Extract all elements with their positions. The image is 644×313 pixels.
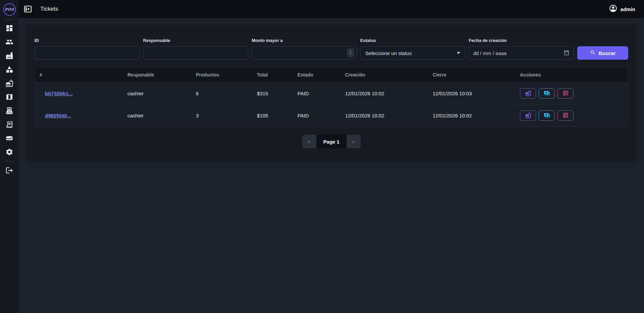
sidebar-item-food[interactable] <box>5 79 13 87</box>
table-header: # Responable Productos Total Estado Crea… <box>35 67 628 82</box>
user-menu[interactable]: admin <box>609 4 635 14</box>
sidebar-divider <box>5 19 14 20</box>
col-productos: Productos <box>196 72 257 77</box>
dashboard-icon <box>5 24 13 32</box>
cell-responsable: cashier <box>127 113 196 118</box>
cell-creacion: 12/01/2026 10:02 <box>345 91 433 96</box>
unfold-arrows-icon <box>348 50 353 56</box>
gear-icon <box>5 148 13 156</box>
ticket-id-link[interactable]: d982fd40... <box>45 113 71 118</box>
id-input[interactable] <box>35 46 140 60</box>
estatus-label: Estatus <box>360 38 466 43</box>
payments-action-button[interactable] <box>539 110 555 121</box>
qr-action-button[interactable] <box>557 110 574 121</box>
sidebar-item-map[interactable] <box>5 93 13 101</box>
calendar-icon <box>564 50 570 57</box>
banknote-icon <box>544 112 550 119</box>
filter-responsable: Responsable <box>143 38 249 60</box>
chevron-down-icon <box>457 52 460 54</box>
sidebar-divider-bottom <box>5 161 14 161</box>
sidebar-item-settings[interactable] <box>5 148 13 156</box>
page-title: Tickets <box>40 6 58 12</box>
next-page-button[interactable]: » <box>346 135 361 148</box>
current-page-label: Page 1 <box>316 135 346 148</box>
pos-logo[interactable]: POS <box>3 3 16 16</box>
cell-estado: PAID <box>298 91 345 96</box>
drawer-icon <box>5 134 13 142</box>
sidebar-item-receipt[interactable] <box>5 120 13 128</box>
map-icon <box>5 93 13 101</box>
sidebar-item-users[interactable] <box>5 38 13 46</box>
row-actions <box>520 110 628 121</box>
sidebar-item-cash-register[interactable] <box>5 107 13 115</box>
responsable-input[interactable] <box>143 46 249 60</box>
cell-estado: PAID <box>298 113 345 118</box>
fecha-input[interactable]: dd / mm / aaaa <box>469 46 574 60</box>
id-label: ID <box>35 38 140 43</box>
cell-total: $315 <box>257 91 298 96</box>
topbar: Tickets admin <box>19 0 644 18</box>
number-spinner[interactable] <box>347 49 354 58</box>
estatus-selected-value: Seleccione un status <box>365 50 412 56</box>
banknote-icon <box>544 90 550 97</box>
col-cierre: Cierre <box>433 72 520 77</box>
panel-toggle-icon <box>23 5 32 13</box>
username-label: admin <box>621 6 635 12</box>
filter-id: ID <box>35 38 140 60</box>
responsable-label: Responsable <box>143 38 249 43</box>
payments-action-button[interactable] <box>539 88 555 99</box>
receipt-icon <box>5 120 13 128</box>
col-creacion: Creación <box>345 72 433 77</box>
fecha-placeholder: dd / mm / aaaa <box>473 50 506 56</box>
sidebar-item-dashboard[interactable] <box>5 24 13 32</box>
users-icon <box>5 38 13 46</box>
buscar-label: Buscar <box>599 50 616 56</box>
pos-logo-text: POS <box>5 7 14 12</box>
cell-total: $105 <box>257 113 298 118</box>
buscar-button[interactable]: Buscar <box>577 46 628 60</box>
row-actions <box>520 88 628 99</box>
sidebar-nav <box>5 24 13 156</box>
tickets-table: # Responable Productos Total Estado Crea… <box>35 67 628 127</box>
col-estado: Estado <box>298 72 345 77</box>
products-action-button[interactable] <box>520 88 536 99</box>
sidebar-item-factory[interactable] <box>5 52 13 60</box>
tickets-card: ID Responsable Monto mayor a Estatus <box>27 24 636 159</box>
filter-estatus: Estatus Seleccione un status <box>360 38 466 60</box>
prev-page-button[interactable]: « <box>302 135 316 148</box>
pagination-group: « Page 1 » <box>302 135 361 148</box>
estatus-select[interactable]: Seleccione un status <box>360 46 466 60</box>
monto-input[interactable] <box>252 46 357 60</box>
sidebar-item-drawer[interactable] <box>5 134 13 142</box>
food-icon <box>5 79 13 87</box>
qr-code-icon <box>562 90 569 97</box>
monto-label: Monto mayor a <box>252 38 357 43</box>
ticket-id-link[interactable]: bb732bb1... <box>45 91 73 96</box>
products-action-button[interactable] <box>520 110 536 121</box>
shapes-icon <box>5 65 13 73</box>
logout-icon <box>5 166 13 174</box>
food-icon <box>525 112 531 119</box>
cash-register-icon <box>5 107 13 115</box>
cell-cierre: 12/01/2026 10:03 <box>433 91 520 96</box>
filter-fecha: Fecha de creación dd / mm / aaaa <box>469 38 574 60</box>
main-content: ID Responsable Monto mayor a Estatus <box>19 18 644 313</box>
sidebar-item-categories[interactable] <box>5 65 13 73</box>
search-icon <box>590 50 596 56</box>
sidebar-item-logout[interactable] <box>5 166 13 174</box>
food-icon <box>525 90 531 97</box>
col-id: # <box>35 72 127 77</box>
filters-bar: ID Responsable Monto mayor a Estatus <box>35 38 628 60</box>
cell-productos: 3 <box>196 113 257 118</box>
col-total: Total <box>257 72 298 77</box>
qr-action-button[interactable] <box>557 88 574 99</box>
filter-monto: Monto mayor a <box>252 38 357 60</box>
user-avatar-icon <box>609 4 618 14</box>
sidebar-toggle-button[interactable] <box>23 5 32 13</box>
factory-icon <box>5 52 13 60</box>
sidebar: POS <box>0 0 19 313</box>
table-row: d982fd40... cashier 3 $105 PAID 12/01/20… <box>35 104 628 126</box>
pagination: « Page 1 » <box>35 135 628 148</box>
table-row: bb732bb1... cashier 6 $315 PAID 12/01/20… <box>35 82 628 104</box>
qr-code-icon <box>562 112 569 119</box>
